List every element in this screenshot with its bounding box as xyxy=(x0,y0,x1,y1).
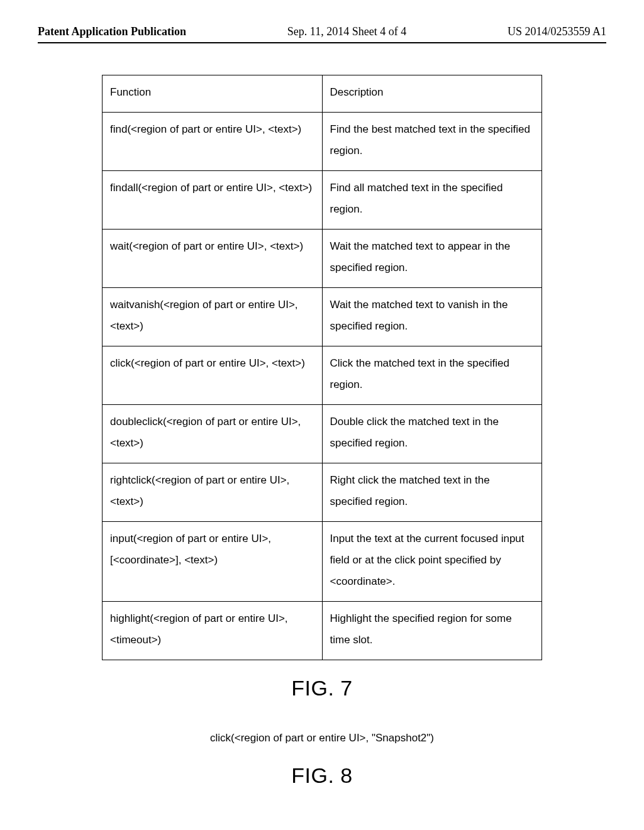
cell-function: doubleclick(<region of part or entire UI… xyxy=(103,405,323,463)
page-header: Patent Application Publication Sep. 11, … xyxy=(38,25,606,38)
cell-description: Find all matched text in the specified r… xyxy=(322,171,542,230)
function-table: Function Description find(<region of par… xyxy=(102,75,542,660)
example-code-line: click(<region of part or entire UI>, "Sn… xyxy=(210,732,434,744)
table-row: rightclick(<region of part or entire UI>… xyxy=(103,463,542,522)
figure-8-label: FIG. 8 xyxy=(291,763,352,788)
header-publication: Patent Application Publication xyxy=(38,25,186,38)
cell-description: Highlight the specified region for some … xyxy=(322,602,542,660)
table-row: waitvanish(<region of part or entire UI>… xyxy=(103,288,542,346)
cell-description: Find the best matched text in the specif… xyxy=(322,113,542,171)
table-row: doubleclick(<region of part or entire UI… xyxy=(103,405,542,463)
cell-function: input(<region of part or entire UI>, [<c… xyxy=(103,522,323,602)
cell-function: highlight(<region of part or entire UI>,… xyxy=(103,602,323,660)
header-date-sheet: Sep. 11, 2014 Sheet 4 of 4 xyxy=(287,25,406,38)
col-header-description: Description xyxy=(322,75,542,113)
cell-function: findall(<region of part or entire UI>, <… xyxy=(103,171,323,230)
cell-function: wait(<region of part or entire UI>, <tex… xyxy=(103,230,323,288)
cell-function: find(<region of part or entire UI>, <tex… xyxy=(103,113,323,171)
cell-description: Wait the matched text to appear in the s… xyxy=(322,230,542,288)
table-header-row: Function Description xyxy=(103,75,542,113)
table-row: find(<region of part or entire UI>, <tex… xyxy=(103,113,542,171)
table-row: highlight(<region of part or entire UI>,… xyxy=(103,602,542,660)
cell-description: Click the matched text in the specified … xyxy=(322,346,542,405)
table-row: input(<region of part or entire UI>, [<c… xyxy=(103,522,542,602)
cell-function: rightclick(<region of part or entire UI>… xyxy=(103,463,323,522)
cell-description: Input the text at the current focused in… xyxy=(322,522,542,602)
cell-function: click(<region of part or entire UI>, <te… xyxy=(103,346,323,405)
cell-description: Double click the matched text in the spe… xyxy=(322,405,542,463)
figure-7-label: FIG. 7 xyxy=(291,676,352,700)
table-row: wait(<region of part or entire UI>, <tex… xyxy=(103,230,542,288)
table-row: findall(<region of part or entire UI>, <… xyxy=(103,171,542,230)
cell-description: Right click the matched text in the spec… xyxy=(322,463,542,522)
cell-function: waitvanish(<region of part or entire UI>… xyxy=(103,288,323,346)
table-row: click(<region of part or entire UI>, <te… xyxy=(103,346,542,405)
col-header-function: Function xyxy=(103,75,323,113)
header-patent-number: US 2014/0253559 A1 xyxy=(508,25,606,38)
header-rule xyxy=(38,42,606,43)
cell-description: Wait the matched text to vanish in the s… xyxy=(322,288,542,346)
